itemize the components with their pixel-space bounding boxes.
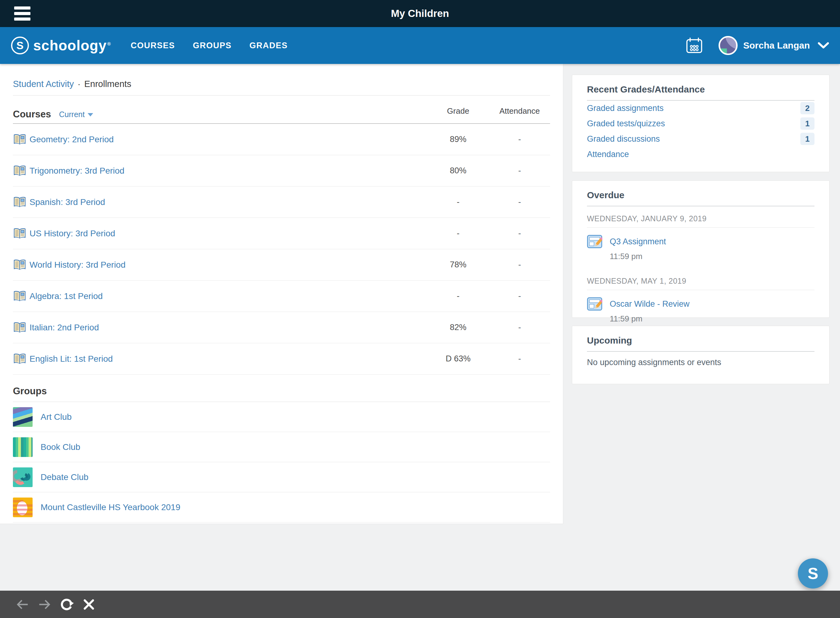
course-grade: 80% <box>426 166 490 175</box>
course-book-icon <box>13 290 27 302</box>
course-attendance: - <box>487 291 552 301</box>
course-link[interactable]: English Lit: 1st Period <box>30 354 113 364</box>
course-row: Geometry: 2nd Period 89% - <box>13 124 550 155</box>
close-icon[interactable] <box>82 597 96 612</box>
overdue-item-link[interactable]: Oscar Wilde - Review <box>610 299 690 309</box>
course-book-icon <box>13 321 27 334</box>
recent-grades-title: Recent Grades/Attendance <box>587 75 815 101</box>
course-link[interactable]: Geometry: 2nd Period <box>30 135 114 144</box>
courses-filter-dropdown[interactable]: Current <box>59 110 93 119</box>
recent-item: Graded tests/quizzes 1 <box>587 116 815 131</box>
overdue-item-time: 11:59 pm <box>610 314 815 324</box>
courses-title: Courses <box>13 109 51 120</box>
brand-text: schoology <box>33 37 107 53</box>
group-link[interactable]: Debate Club <box>40 472 89 482</box>
courses-header: Courses Current Grade Attendance <box>13 95 550 124</box>
upcoming-card: Upcoming No upcoming assignments or even… <box>572 326 830 384</box>
course-row: Spanish: 3rd Period - - <box>13 187 550 218</box>
course-link[interactable]: Algebra: 1st Period <box>30 291 103 301</box>
course-row: US History: 3rd Period - - <box>13 218 550 249</box>
overdue-date-header: WEDNESDAY, MAY 1, 2019 <box>587 269 815 290</box>
course-link[interactable]: Spanish: 3rd Period <box>30 197 105 207</box>
course-grade: 82% <box>426 323 490 332</box>
breadcrumb-separator: · <box>77 79 80 89</box>
course-link[interactable]: Trigonometry: 3rd Period <box>30 166 125 176</box>
course-attendance: - <box>487 354 552 364</box>
back-icon[interactable] <box>15 597 30 612</box>
schoology-fab-button[interactable]: S <box>798 559 828 588</box>
course-book-icon <box>13 259 27 271</box>
window-title-bar: My Children <box>0 0 840 27</box>
nav-groups[interactable]: GROUPS <box>193 41 231 51</box>
course-book-icon <box>13 134 27 146</box>
group-row: Book Club <box>13 432 550 462</box>
debate-club-thumbnail <box>13 467 33 487</box>
course-grade: D 63% <box>426 354 490 364</box>
course-attendance: - <box>487 229 552 238</box>
main-nav: COURSES GROUPS GRADES <box>131 41 288 51</box>
group-row: Mount Castleville HS Yearbook 2019 <box>13 492 550 523</box>
graded-tests-link[interactable]: Graded tests/quizzes <box>587 119 665 128</box>
schoology-logo-icon: S <box>11 37 29 54</box>
course-row: Algebra: 1st Period - - <box>13 281 550 312</box>
course-attendance: - <box>487 197 552 207</box>
registered-mark: ® <box>107 41 111 46</box>
overdue-item: Q3 Assignment <box>587 234 815 249</box>
course-attendance: - <box>487 135 552 144</box>
header-right: Sorcha Langan <box>686 36 829 55</box>
attendance-link[interactable]: Attendance <box>587 150 629 159</box>
course-link[interactable]: US History: 3rd Period <box>30 229 115 238</box>
breadcrumb-student-activity-link[interactable]: Student Activity <box>13 79 74 89</box>
course-link[interactable]: World History: 3rd Period <box>30 260 125 270</box>
graded-discussions-link[interactable]: Graded discussions <box>587 134 660 144</box>
count-badge: 1 <box>800 133 815 145</box>
user-name[interactable]: Sorcha Langan <box>743 40 810 51</box>
calendar-icon[interactable] <box>686 37 703 54</box>
group-link[interactable]: Book Club <box>40 442 80 452</box>
graded-assignments-link[interactable]: Graded assignments <box>587 104 664 113</box>
avatar[interactable] <box>719 36 737 55</box>
art-club-thumbnail <box>13 407 33 427</box>
chevron-down-icon[interactable] <box>818 42 829 49</box>
overdue-title: Overdue <box>587 181 815 206</box>
schoology-logo[interactable]: S schoology® <box>11 37 111 54</box>
overdue-item-time: 11:59 pm <box>610 252 815 261</box>
course-book-icon <box>13 196 27 208</box>
book-club-thumbnail <box>13 437 33 457</box>
courses-filter-label: Current <box>59 110 85 119</box>
breadcrumb: Student Activity · Enrollments <box>13 64 550 95</box>
assignment-icon <box>587 234 602 249</box>
course-grade: 78% <box>426 260 490 269</box>
overdue-card: Overdue WEDNESDAY, JANUARY 9, 2019 Q3 As… <box>572 180 830 318</box>
main-content: Student Activity · Enrollments Courses C… <box>0 64 563 524</box>
recent-item: Graded assignments 2 <box>587 101 815 116</box>
upcoming-title: Upcoming <box>587 326 815 352</box>
course-link[interactable]: Italian: 2nd Period <box>30 323 99 333</box>
group-row: Debate Club <box>13 462 550 492</box>
caret-down-icon <box>88 113 93 116</box>
group-row: Art Club <box>13 402 550 432</box>
overdue-item: Oscar Wilde - Review <box>587 296 815 312</box>
recent-grades-card: Recent Grades/Attendance Graded assignme… <box>572 75 830 172</box>
course-grade: - <box>426 291 490 301</box>
group-link[interactable]: Art Club <box>40 412 71 422</box>
course-attendance: - <box>487 323 552 332</box>
course-book-icon <box>13 227 27 240</box>
course-book-icon <box>13 165 27 177</box>
nav-grades[interactable]: GRADES <box>249 41 288 51</box>
screen: My Children S schoology® COURSES GROUPS … <box>0 0 840 618</box>
count-badge: 1 <box>800 117 815 130</box>
upcoming-empty-message: No upcoming assignments or events <box>587 358 815 367</box>
count-badge: 2 <box>800 102 815 114</box>
column-header-grade: Grade <box>426 106 490 116</box>
overdue-item-link[interactable]: Q3 Assignment <box>610 237 666 247</box>
course-grade: - <box>426 229 490 238</box>
forward-icon[interactable] <box>37 597 52 612</box>
overdue-date-header: WEDNESDAY, JANUARY 9, 2019 <box>587 206 815 228</box>
assignment-icon <box>587 296 602 312</box>
nav-courses[interactable]: COURSES <box>131 41 175 51</box>
group-link[interactable]: Mount Castleville HS Yearbook 2019 <box>40 502 180 512</box>
refresh-icon[interactable] <box>60 597 74 612</box>
groups-header: Groups <box>13 374 550 402</box>
brand-wordmark: schoology® <box>33 37 111 54</box>
